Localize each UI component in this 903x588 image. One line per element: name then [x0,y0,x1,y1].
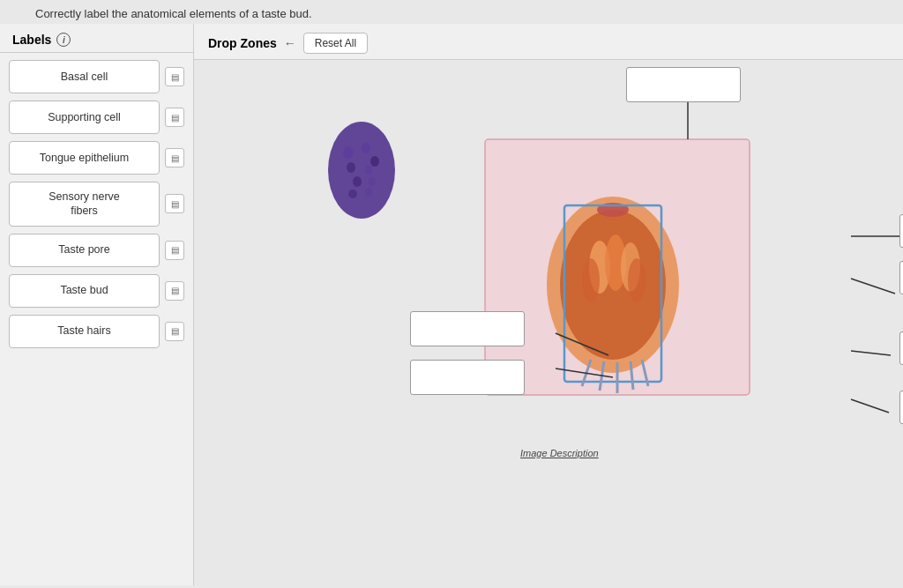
sidebar: Labels i Basal cell ▤ Supporting cell ▤ … [0,24,194,585]
supporting-cell-label[interactable]: Supporting cell [9,100,160,134]
drop-zone-right-2[interactable] [899,261,903,294]
main-panel: Labels i Basal cell ▤ Supporting cell ▤ … [0,24,903,585]
content-area: Drop Zones ← Reset All [194,24,903,585]
image-description-link[interactable]: Image Description [520,448,599,458]
list-item: Sensory nervefibers ▤ [9,182,184,227]
dropzones-title: Drop Zones [208,36,277,50]
svg-point-17 [582,258,600,302]
arrow-icon: ← [284,36,296,50]
svg-point-1 [343,146,354,159]
svg-point-9 [365,188,372,197]
list-item: Tongue epithelium ▤ [9,141,184,175]
taste-pore-icon[interactable]: ▤ [165,241,184,260]
label-items-list: Basal cell ▤ Supporting cell ▤ Tongue ep… [0,53,193,355]
basal-cell-label[interactable]: Basal cell [9,60,160,93]
svg-line-32 [851,399,889,413]
taste-hairs-label[interactable]: Taste hairs [9,315,160,348]
taste-hairs-icon[interactable]: ▤ [165,322,184,341]
svg-point-3 [370,156,379,167]
sensory-nerve-fibers-label[interactable]: Sensory nervefibers [9,182,160,227]
drop-zone-right-4[interactable] [899,391,903,424]
svg-point-6 [353,176,362,187]
drop-zone-right-top[interactable] [899,214,903,248]
sidebar-header: Labels i [0,24,193,53]
diagram-area: Image Description [194,60,903,584]
drop-zone-top[interactable] [626,67,741,102]
dropzones-header: Drop Zones ← Reset All [194,24,903,60]
taste-pore-label[interactable]: Taste pore [9,234,160,267]
tongue-illustration [317,113,406,227]
info-icon[interactable]: i [56,33,71,47]
list-item: Taste bud ▤ [9,274,184,308]
list-item: Basal cell ▤ [9,60,184,93]
svg-point-2 [362,143,370,153]
labels-title: Labels [12,33,51,47]
list-item: Taste pore ▤ [9,234,184,267]
drop-zone-left-1[interactable] [410,311,525,346]
tongue-epithelium-icon[interactable]: ▤ [165,148,184,167]
drop-zone-right-3[interactable] [899,331,903,365]
svg-line-30 [851,279,895,294]
tongue-epithelium-label[interactable]: Tongue epithelium [9,141,160,175]
svg-point-5 [365,166,372,175]
supporting-cell-icon[interactable]: ▤ [165,108,184,127]
svg-point-4 [347,162,355,173]
drop-zone-left-2[interactable] [410,360,525,395]
svg-line-31 [851,351,891,355]
svg-point-8 [348,190,357,198]
taste-bud-label[interactable]: Taste bud [9,274,160,308]
svg-point-0 [328,122,395,219]
taste-bud-icon[interactable]: ▤ [165,281,184,301]
svg-point-7 [369,177,376,186]
page-container: Correctly label the anatomical elements … [0,0,903,588]
sensory-nerve-fibers-icon[interactable]: ▤ [165,194,184,213]
svg-point-18 [628,258,646,302]
basal-cell-icon[interactable]: ▤ [165,67,184,86]
reset-all-button[interactable]: Reset All [303,33,368,54]
list-item: Taste hairs ▤ [9,315,184,348]
list-item: Supporting cell ▤ [9,100,184,134]
instruction-text: Correctly label the anatomical elements … [0,0,903,24]
